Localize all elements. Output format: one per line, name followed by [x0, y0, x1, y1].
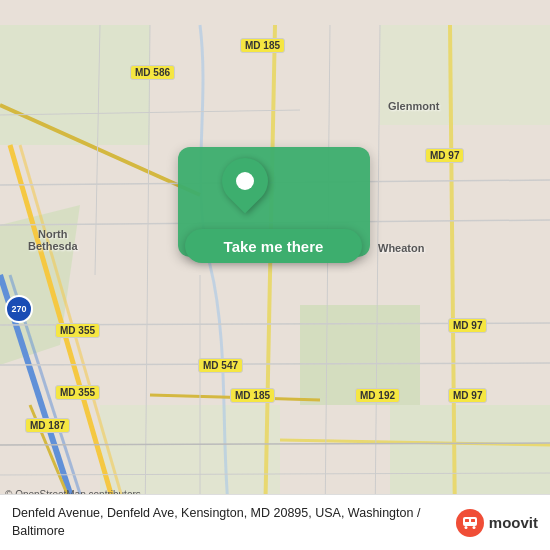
svg-rect-22 [465, 519, 469, 522]
label-wheaton: Wheaton [378, 242, 424, 254]
label-north-bethesda: NorthBethesda [28, 228, 78, 252]
road-badge-md355-bot: MD 355 [55, 385, 100, 400]
road-badge-md355-top: MD 355 [55, 323, 100, 338]
svg-rect-1 [0, 25, 150, 145]
map-pin [220, 158, 270, 218]
take-me-there-button[interactable]: Take me there [185, 229, 362, 263]
road-badge-md586: MD 586 [130, 65, 175, 80]
road-badge-md97-bot: MD 97 [448, 388, 487, 403]
moovit-icon [456, 509, 484, 537]
road-badge-md547: MD 547 [198, 358, 243, 373]
road-badge-md97-mid: MD 97 [448, 318, 487, 333]
road-badge-i270: 270 [5, 295, 33, 323]
road-badge-md192: MD 192 [355, 388, 400, 403]
address-text: Denfeld Avenue, Denfeld Ave, Kensington,… [12, 505, 446, 540]
road-badge-md185-mid: MD 185 [230, 388, 275, 403]
road-badge-md187: MD 187 [25, 418, 70, 433]
road-badge-md185-top: MD 185 [240, 38, 285, 53]
svg-point-21 [472, 526, 475, 529]
moovit-logo: moovit [456, 509, 538, 537]
map-container: MD 586 MD 185 MD 185 MD 355 MD 355 MD 54… [0, 0, 550, 550]
moovit-text-label: moovit [489, 514, 538, 531]
road-badge-md97-top: MD 97 [425, 148, 464, 163]
bottom-bar: Denfeld Avenue, Denfeld Ave, Kensington,… [0, 494, 550, 550]
svg-rect-23 [471, 519, 475, 522]
label-glenmont: Glenmont [388, 100, 439, 112]
svg-point-20 [464, 526, 467, 529]
